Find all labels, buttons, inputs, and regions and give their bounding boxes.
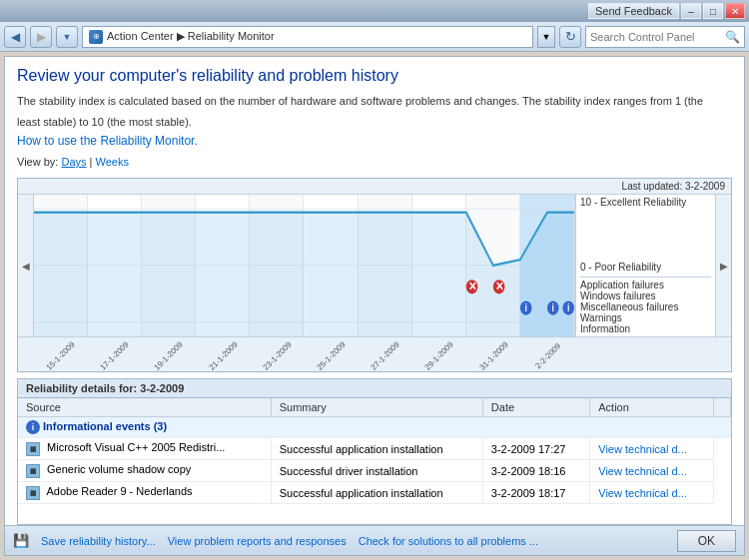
row2-app-icon: ▦ [26,486,40,500]
row1-action-link[interactable]: View technical d... [598,465,686,477]
refresh-button[interactable]: ↻ [559,26,581,48]
details-table: Source Summary Date Action i Information… [18,398,731,504]
date-label-5: 25-1-2009 [303,336,361,371]
row0-date: 3-2-2009 17:27 [482,438,589,460]
description-line2: least stable) to 10 (the most stable). [17,114,732,131]
svg-text:i: i [552,301,555,313]
view-weeks-link[interactable]: Weeks [95,156,128,168]
content-area: Review your computer's reliability and p… [5,57,744,178]
address-path: Action Center ▶ Reliability Monitor [107,30,275,43]
send-feedback-button[interactable]: Send Feedback [588,3,679,19]
view-days-link[interactable]: Days [61,156,86,168]
row2-action[interactable]: View technical d... [590,482,714,504]
col-date: Date [482,398,589,417]
search-box[interactable]: 🔍 [585,26,745,48]
date-label-0: 15-1-2009 [32,336,90,371]
chart-right-nav-button[interactable]: ▶ [715,195,731,336]
chart-dates: 15-1-2009 17-1-2009 19-1-2009 21-1-2009 … [18,336,731,371]
date-label-7: 29-1-2009 [410,336,468,371]
legend-app-failures: Application failures [580,277,711,290]
chart-main: ◀ [18,195,731,336]
row0-summary: Successful application installation [271,438,482,460]
row1-source: ▦ Generic volume shadow copy [18,460,271,482]
details-table-scroll[interactable]: Source Summary Date Action i Information… [18,398,731,524]
search-input[interactable] [590,31,721,43]
row0-action-link[interactable]: View technical d... [598,443,686,455]
row1-date: 3-2-2009 18:16 [482,460,589,482]
address-field: ⊕ Action Center ▶ Reliability Monitor [82,26,533,48]
row0-app-icon: ▦ [26,442,40,456]
svg-marker-3 [34,213,574,336]
group-header-row: i Informational events (3) [18,417,731,438]
svg-text:i: i [524,301,527,313]
save-reliability-link[interactable]: Save reliability history... [41,535,156,547]
search-icon: 🔍 [725,30,740,44]
maximize-button[interactable]: □ [703,3,723,19]
col-summary: Summary [271,398,482,417]
date-label-6: 27-1-2009 [357,336,414,371]
back-button[interactable]: ◀ [4,26,26,48]
row0-action[interactable]: View technical d... [590,438,714,460]
minimize-button[interactable]: – [681,3,701,19]
last-updated-label: Last updated: 3-2-2009 [622,181,725,192]
chart-body: ✕ ✕ i i i 10 - Ex [34,195,715,336]
col-action: Action [590,398,714,417]
chart-y-labels: 10 - Excellent Reliability 0 - Poor Reli… [575,195,715,336]
table-row: ▦ Generic volume shadow copy Successful … [18,460,731,482]
group-info-icon: i [26,420,40,434]
control-panel-icon: ⊕ [89,30,103,44]
reliability-high-label: 10 - Excellent Reliability [580,197,711,208]
date-label-2: 19-1-2009 [140,336,198,371]
main-content: Review your computer's reliability and p… [4,56,745,556]
row2-summary: Successful application installation [271,482,482,504]
chart-plot: ✕ ✕ i i i [34,195,575,336]
row2-date: 3-2-2009 18:17 [482,482,589,504]
svg-text:✕: ✕ [468,280,476,292]
group-label: i Informational events (3) [18,417,731,438]
col-source: Source [18,398,271,417]
row1-app-icon: ▦ [26,464,40,478]
how-to-link[interactable]: How to use the Reliability Monitor. [17,134,198,148]
address-bar: ◀ ▶ ▼ ⊕ Action Center ▶ Reliability Moni… [0,22,749,52]
row1-action[interactable]: View technical d... [590,460,714,482]
title-bar: Send Feedback – □ ✕ [0,0,749,22]
legend-windows-failures: Windows failures [580,290,711,301]
date-label-9: 2-2-2009 [519,336,577,371]
row0-source: ▦ Microsoft Visual C++ 2005 Redistri... [18,438,271,460]
description-line1: The stability index is calculated based … [17,93,732,110]
date-label-1: 17-1-2009 [86,336,144,371]
date-label-3: 21-1-2009 [195,336,253,371]
reliability-line-svg: ✕ ✕ i i i [34,195,574,336]
svg-text:✕: ✕ [495,280,503,292]
row1-summary: Successful driver installation [271,460,482,482]
legend-information: Information [580,323,711,334]
check-solutions-link[interactable]: Check for solutions to all problems ... [359,535,538,547]
forward-button[interactable]: ▶ [30,26,52,48]
chart-header: Last updated: 3-2-2009 [18,179,731,195]
page-title: Review your computer's reliability and p… [17,67,732,85]
details-title: Reliability details for: 3-2-2009 [18,379,731,398]
recent-pages-button[interactable]: ▼ [56,26,78,48]
svg-text:i: i [567,301,570,313]
reliability-low-label: 0 - Poor Reliability [580,262,711,273]
col-scroll-spacer [714,398,731,417]
row2-source: ▦ Adobe Reader 9 - Nederlands [18,482,271,504]
date-label-8: 31-1-2009 [465,336,523,371]
reliability-details: Reliability details for: 3-2-2009 Source… [17,378,732,525]
bottom-bar: 💾 Save reliability history... View probl… [5,525,744,555]
view-by-row: View by: Days | Weeks [17,156,732,168]
date-label-4: 23-1-2009 [249,336,307,371]
table-row: ▦ Microsoft Visual C++ 2005 Redistri... … [18,438,731,460]
view-by-label: View by: [17,156,58,168]
view-problem-reports-link[interactable]: View problem reports and responses [168,535,347,547]
table-header-row: Source Summary Date Action [18,398,731,417]
table-row: ▦ Adobe Reader 9 - Nederlands Successful… [18,482,731,504]
save-icon: 💾 [13,533,29,548]
row2-action-link[interactable]: View technical d... [598,487,686,499]
reliability-chart: Last updated: 3-2-2009 ◀ [17,178,732,372]
legend-warnings: Warnings [580,312,711,323]
close-button[interactable]: ✕ [725,3,745,19]
ok-button[interactable]: OK [677,530,736,552]
address-dropdown-button[interactable]: ▼ [537,26,555,48]
chart-left-nav-button[interactable]: ◀ [18,195,34,336]
